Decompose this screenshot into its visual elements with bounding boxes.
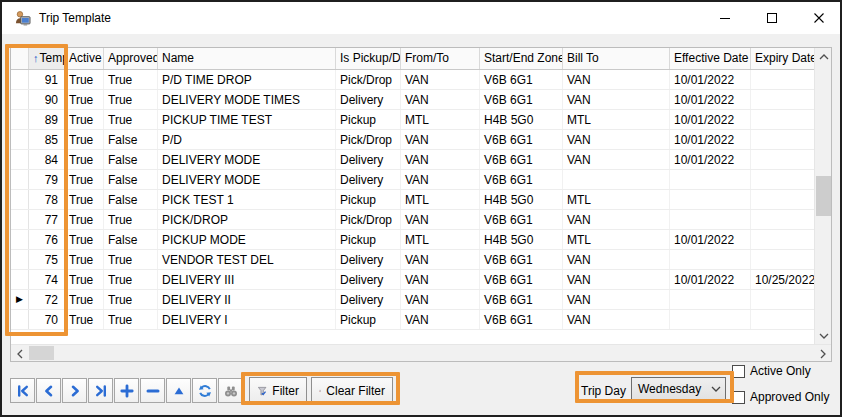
cell-active[interactable]: True <box>65 150 104 169</box>
cell-is-pickup-drop[interactable]: Pick/Drop <box>336 130 401 149</box>
cell-is-pickup-drop[interactable]: Pickup <box>336 230 401 249</box>
scroll-right-icon[interactable] <box>814 345 831 362</box>
cell-active[interactable]: True <box>65 90 104 109</box>
cell-from-to[interactable]: VAN <box>401 130 480 149</box>
cell-approved[interactable]: False <box>104 230 158 249</box>
cell-approved[interactable]: False <box>104 190 158 209</box>
cell-effective-date[interactable] <box>670 210 751 229</box>
cell-temp[interactable]: 76 <box>29 230 65 249</box>
cell-approved[interactable]: True <box>104 270 158 289</box>
cell-effective-date[interactable] <box>670 290 751 309</box>
cell-approved[interactable]: False <box>104 150 158 169</box>
cell-approved[interactable]: True <box>104 90 158 109</box>
cell-start-end-zone[interactable]: V6B 6G1 <box>480 130 563 149</box>
cell-is-pickup-drop[interactable]: Pick/Drop <box>336 70 401 89</box>
cell-bill-to[interactable]: VAN <box>563 130 670 149</box>
approved-only-checkbox[interactable] <box>732 391 745 404</box>
cell-expiry-date[interactable] <box>751 170 814 189</box>
delete-record-button[interactable] <box>140 378 165 403</box>
cell-start-end-zone[interactable]: V6B 6G1 <box>480 250 563 269</box>
cell-effective-date[interactable]: 10/01/2022 <box>670 270 751 289</box>
cell-from-to[interactable]: VAN <box>401 310 480 329</box>
cell-start-end-zone[interactable]: H4B 5G0 <box>480 230 563 249</box>
filter-button[interactable]: Filter <box>249 377 307 404</box>
cell-is-pickup-drop[interactable]: Pick/Drop <box>336 210 401 229</box>
cell-approved[interactable]: True <box>104 290 158 309</box>
cell-name[interactable]: DELIVERY II <box>158 290 336 309</box>
vertical-scrollbar[interactable] <box>814 48 831 344</box>
cell-name[interactable]: DELIVERY MODE <box>158 170 336 189</box>
cell-temp[interactable]: 70 <box>29 310 65 329</box>
row-selector[interactable] <box>11 230 29 249</box>
cell-from-to[interactable]: VAN <box>401 90 480 109</box>
table-row[interactable]: 76TrueFalsePICKUP MODEPickupMTLH4B 5G0MT… <box>11 230 814 250</box>
cell-approved[interactable]: True <box>104 210 158 229</box>
table-row[interactable]: 84TrueFalseDELIVERY MODEDeliveryVANV6B 6… <box>11 150 814 170</box>
cell-effective-date[interactable]: 10/01/2022 <box>670 90 751 109</box>
row-selector[interactable] <box>11 150 29 169</box>
cell-temp[interactable]: 78 <box>29 190 65 209</box>
cell-effective-date[interactable]: 10/01/2022 <box>670 110 751 129</box>
cell-name[interactable]: DELIVERY MODE <box>158 150 336 169</box>
last-record-button[interactable] <box>88 378 113 403</box>
cell-approved[interactable]: True <box>104 110 158 129</box>
cell-expiry-date[interactable] <box>751 130 814 149</box>
cell-expiry-date[interactable] <box>751 230 814 249</box>
cell-from-to[interactable]: VAN <box>401 290 480 309</box>
table-row[interactable]: 70TrueTrueDELIVERY IPickupVANV6B 6G1VAN <box>11 310 814 330</box>
column-header-from-to[interactable]: From/To <box>401 48 480 69</box>
cell-temp[interactable]: 72 <box>29 290 65 309</box>
table-row[interactable]: 74TrueTrueDELIVERY IIIDeliveryVANV6B 6G1… <box>11 270 814 290</box>
previous-record-button[interactable] <box>36 378 61 403</box>
cell-start-end-zone[interactable]: V6B 6G1 <box>480 290 563 309</box>
cell-is-pickup-drop[interactable]: Pickup <box>336 190 401 209</box>
cell-temp[interactable]: 85 <box>29 130 65 149</box>
table-row[interactable]: 79TrueFalseDELIVERY MODEDeliveryVANV6B 6… <box>11 170 814 190</box>
cell-active[interactable]: True <box>65 250 104 269</box>
cell-active[interactable]: True <box>65 210 104 229</box>
cell-bill-to[interactable]: VAN <box>563 210 670 229</box>
row-selector[interactable] <box>11 270 29 289</box>
cell-from-to[interactable]: VAN <box>401 250 480 269</box>
row-selector[interactable] <box>11 70 29 89</box>
cell-start-end-zone[interactable]: V6B 6G1 <box>480 170 563 189</box>
cell-temp[interactable]: 89 <box>29 110 65 129</box>
cell-temp[interactable]: 75 <box>29 250 65 269</box>
scroll-left-icon[interactable] <box>11 345 28 362</box>
cell-active[interactable]: True <box>65 170 104 189</box>
cell-is-pickup-drop[interactable]: Delivery <box>336 250 401 269</box>
cell-bill-to[interactable]: VAN <box>563 270 670 289</box>
cell-expiry-date[interactable] <box>751 250 814 269</box>
cell-start-end-zone[interactable]: V6B 6G1 <box>480 310 563 329</box>
cell-active[interactable]: True <box>65 190 104 209</box>
cell-approved[interactable]: True <box>104 310 158 329</box>
column-header-start-end-zone[interactable]: Start/End Zone <box>480 48 563 69</box>
cell-approved[interactable]: False <box>104 170 158 189</box>
cell-active[interactable]: True <box>65 270 104 289</box>
cell-effective-date[interactable] <box>670 170 751 189</box>
cell-from-to[interactable]: VAN <box>401 270 480 289</box>
cell-active[interactable]: True <box>65 130 104 149</box>
cell-bill-to[interactable] <box>563 170 670 189</box>
cell-bill-to[interactable]: MTL <box>563 110 670 129</box>
cell-name[interactable]: DELIVERY I <box>158 310 336 329</box>
table-row[interactable]: 85TrueFalseP/DPick/DropVANV6B 6G1VAN10/0… <box>11 130 814 150</box>
cell-bill-to[interactable]: VAN <box>563 290 670 309</box>
column-header-is-pickup-drop[interactable]: Is Pickup/D <box>336 48 401 69</box>
horizontal-scrollbar[interactable] <box>11 344 831 361</box>
cell-is-pickup-drop[interactable]: Delivery <box>336 270 401 289</box>
table-row[interactable]: ▶72TrueTrueDELIVERY IIDeliveryVANV6B 6G1… <box>11 290 814 310</box>
edit-record-button[interactable] <box>166 378 191 403</box>
column-header-effective-date[interactable]: Effective Date <box>670 48 751 69</box>
cell-is-pickup-drop[interactable]: Pickup <box>336 310 401 329</box>
add-record-button[interactable] <box>114 378 139 403</box>
table-row[interactable]: 75TrueTrueVENDOR TEST DELDeliveryVANV6B … <box>11 250 814 270</box>
cell-from-to[interactable]: MTL <box>401 230 480 249</box>
cell-is-pickup-drop[interactable]: Delivery <box>336 170 401 189</box>
cell-effective-date[interactable]: 10/01/2022 <box>670 230 751 249</box>
search-button[interactable] <box>218 378 243 403</box>
cell-expiry-date[interactable] <box>751 70 814 89</box>
cell-expiry-date[interactable] <box>751 90 814 109</box>
row-selector[interactable] <box>11 210 29 229</box>
close-button[interactable] <box>799 2 839 33</box>
